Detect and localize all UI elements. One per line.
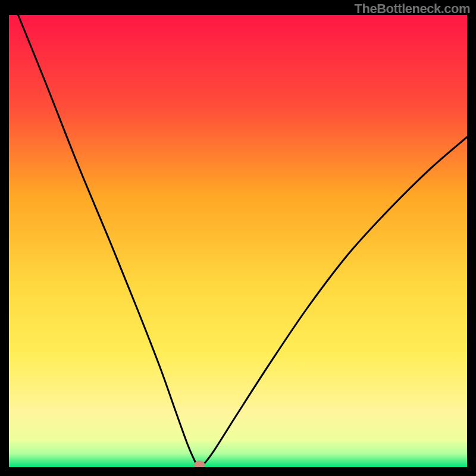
chart-svg [9,15,467,467]
gradient-background [9,15,467,467]
chart-container: TheBottleneck.com [0,0,476,476]
plot-area [9,15,467,467]
watermark-text: TheBottleneck.com [355,1,470,17]
